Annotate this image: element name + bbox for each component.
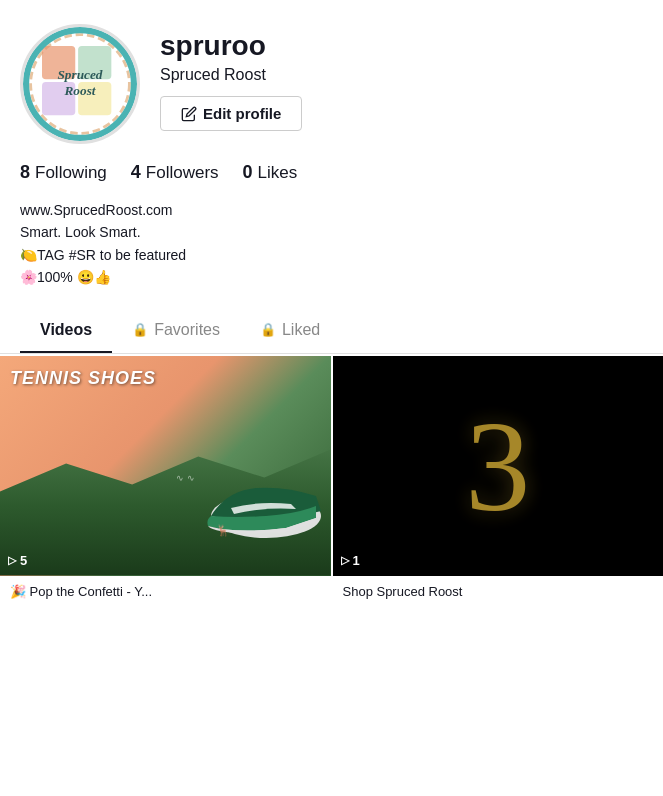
video-card-1[interactable]: TENNIS SHOES ∿ ∿ 🦌 ▷ 5 — [0, 356, 331, 576]
likes-count: 0 — [243, 162, 253, 183]
video-number-3: 3 — [465, 401, 530, 531]
tab-liked[interactable]: 🔒 Liked — [240, 309, 340, 353]
edit-profile-label: Edit profile — [203, 105, 281, 122]
play-icon-2: ▷ — [341, 554, 349, 567]
display-name: Spruced Roost — [160, 66, 643, 84]
shoe-graphic: ∿ ∿ 🦌 — [156, 446, 326, 556]
following-label: Following — [35, 163, 107, 183]
tab-favorites-label: Favorites — [154, 321, 220, 339]
svg-text:Spruced: Spruced — [57, 67, 102, 82]
svg-text:∿ ∿: ∿ ∿ — [176, 473, 195, 483]
video-thumbnail-1: TENNIS SHOES ∿ ∿ 🦌 ▷ 5 — [0, 356, 331, 576]
avatar-container: Spruced Roost — [20, 24, 140, 144]
following-stat[interactable]: 8 Following — [20, 162, 107, 183]
play-icon-1: ▷ — [8, 554, 16, 567]
avatar: Spruced Roost — [20, 24, 140, 144]
edit-icon — [181, 106, 197, 122]
bio-emoji-line: 🌸100% 😀👍 — [20, 266, 643, 288]
play-count-2: ▷ 1 — [341, 553, 360, 568]
tab-liked-label: Liked — [282, 321, 320, 339]
play-number-1: 5 — [20, 553, 27, 568]
likes-stat[interactable]: 0 Likes — [243, 162, 298, 183]
edit-profile-button[interactable]: Edit profile — [160, 96, 302, 131]
stats-row: 8 Following 4 Followers 0 Likes — [0, 144, 663, 193]
tab-videos-label: Videos — [40, 321, 92, 339]
avatar-image: Spruced Roost — [23, 27, 137, 141]
bio-section: www.SprucedRoost.com Smart. Look Smart. … — [0, 193, 663, 305]
video-card-2[interactable]: 3 ▷ 1 — [333, 356, 664, 576]
video-thumbnail-2: 3 ▷ 1 — [333, 356, 664, 576]
lock-icon-favorites: 🔒 — [132, 322, 148, 337]
tab-videos[interactable]: Videos — [20, 309, 112, 353]
bio-website[interactable]: www.SprucedRoost.com — [20, 202, 173, 218]
video-caption-2: Shop Spruced Roost — [333, 576, 664, 607]
video-captions-row: 🎉 Pop the Confetti - Y... Shop Spruced R… — [0, 576, 663, 607]
bio-tagline: Smart. Look Smart. — [20, 221, 643, 243]
play-count-1: ▷ 5 — [8, 553, 27, 568]
svg-text:Roost: Roost — [63, 83, 96, 98]
bio-tag-line: 🍋TAG #SR to be featured — [20, 244, 643, 266]
followers-label: Followers — [146, 163, 219, 183]
videos-grid: TENNIS SHOES ∿ ∿ 🦌 ▷ 5 — [0, 354, 663, 576]
play-number-2: 1 — [353, 553, 360, 568]
following-count: 8 — [20, 162, 30, 183]
profile-info: spruroo Spruced Roost Edit profile — [160, 24, 643, 131]
profile-header: Spruced Roost spruroo Spruced Roost Edit… — [0, 0, 663, 144]
followers-count: 4 — [131, 162, 141, 183]
video-caption-1: 🎉 Pop the Confetti - Y... — [0, 576, 331, 607]
username: spruroo — [160, 30, 643, 62]
svg-text:🦌: 🦌 — [216, 523, 230, 537]
tabs-container: Videos 🔒 Favorites 🔒 Liked — [0, 309, 663, 354]
likes-label: Likes — [258, 163, 298, 183]
video-title-1: TENNIS SHOES — [10, 368, 321, 389]
followers-stat[interactable]: 4 Followers — [131, 162, 219, 183]
lock-icon-liked: 🔒 — [260, 322, 276, 337]
tab-favorites[interactable]: 🔒 Favorites — [112, 309, 240, 353]
